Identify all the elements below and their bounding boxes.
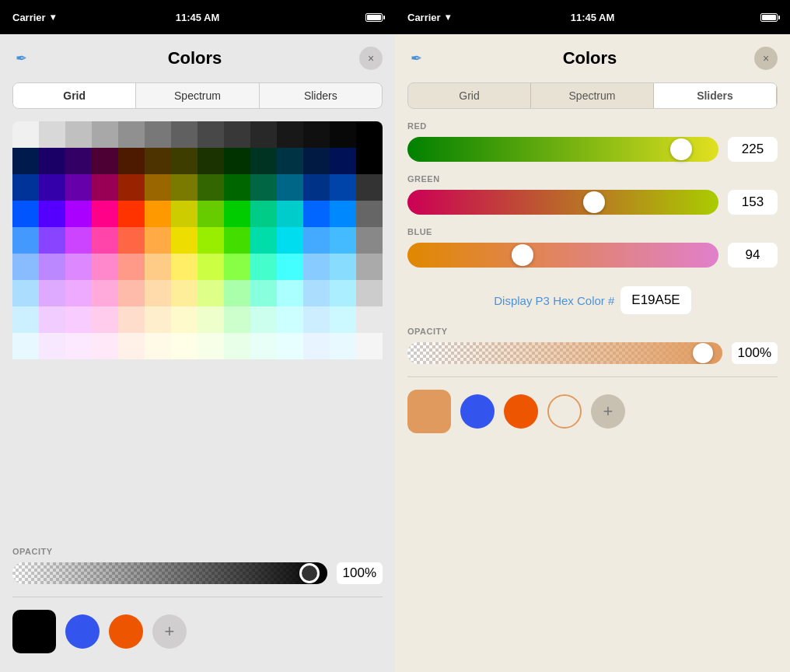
left-tab-sliders[interactable]: Sliders — [260, 83, 382, 108]
color-cell[interactable] — [303, 148, 330, 174]
color-cell[interactable] — [356, 148, 383, 174]
color-cell[interactable] — [118, 174, 145, 201]
color-cell[interactable] — [145, 201, 171, 227]
color-cell[interactable] — [65, 280, 92, 306]
color-cell[interactable] — [330, 254, 356, 280]
color-cell[interactable] — [171, 254, 198, 280]
left-opacity-track[interactable] — [12, 562, 327, 584]
color-cell[interactable] — [39, 306, 65, 333]
color-cell[interactable] — [198, 306, 224, 333]
color-cell[interactable] — [356, 333, 383, 359]
color-cell[interactable] — [303, 333, 330, 359]
color-cell[interactable] — [250, 201, 277, 227]
color-cell[interactable] — [303, 121, 330, 148]
color-cell[interactable] — [12, 306, 39, 333]
color-cell[interactable] — [356, 227, 383, 254]
color-cell[interactable] — [250, 306, 277, 333]
color-cell[interactable] — [145, 174, 171, 201]
color-cell[interactable] — [92, 121, 118, 148]
color-cell[interactable] — [92, 280, 118, 306]
color-cell[interactable] — [303, 174, 330, 201]
color-cell[interactable] — [92, 174, 118, 201]
color-cell[interactable] — [277, 227, 303, 254]
color-cell[interactable] — [92, 254, 118, 280]
color-cell[interactable] — [224, 148, 250, 174]
right-eyedropper-button[interactable]: ✒ — [407, 47, 425, 70]
color-cell[interactable] — [65, 227, 92, 254]
color-cell[interactable] — [330, 227, 356, 254]
color-cell[interactable] — [65, 333, 92, 359]
color-cell[interactable] — [12, 121, 39, 148]
right-tab-grid[interactable]: Grid — [408, 83, 531, 108]
color-cell[interactable] — [39, 280, 65, 306]
color-cell[interactable] — [39, 174, 65, 201]
color-cell[interactable] — [198, 201, 224, 227]
color-cell[interactable] — [145, 227, 171, 254]
color-cell[interactable] — [330, 280, 356, 306]
right-close-button[interactable]: × — [754, 47, 778, 70]
color-cell[interactable] — [171, 121, 198, 148]
color-cell[interactable] — [171, 280, 198, 306]
color-cell[interactable] — [65, 121, 92, 148]
right-green-thumb[interactable] — [583, 191, 605, 213]
right-red-thumb[interactable] — [670, 138, 692, 160]
color-cell[interactable] — [330, 333, 356, 359]
color-cell[interactable] — [224, 227, 250, 254]
right-swatch-add-button[interactable]: + — [591, 394, 625, 429]
color-cell[interactable] — [118, 280, 145, 306]
color-cell[interactable] — [118, 254, 145, 280]
color-cell[interactable] — [356, 254, 383, 280]
right-swatch-orange[interactable] — [504, 394, 538, 429]
color-cell[interactable] — [65, 201, 92, 227]
color-cell[interactable] — [224, 333, 250, 359]
color-cell[interactable] — [39, 148, 65, 174]
color-cell[interactable] — [171, 333, 198, 359]
color-cell[interactable] — [277, 306, 303, 333]
color-cell[interactable] — [198, 254, 224, 280]
color-cell[interactable] — [277, 280, 303, 306]
color-cell[interactable] — [92, 333, 118, 359]
color-cell[interactable] — [277, 148, 303, 174]
color-cell[interactable] — [250, 254, 277, 280]
color-cell[interactable] — [92, 227, 118, 254]
color-cell[interactable] — [118, 121, 145, 148]
left-swatch-add-button[interactable]: + — [152, 614, 187, 649]
color-cell[interactable] — [171, 201, 198, 227]
color-cell[interactable] — [224, 280, 250, 306]
color-cell[interactable] — [39, 333, 65, 359]
right-hex-link[interactable]: Display P3 Hex Color # — [494, 294, 614, 307]
color-cell[interactable] — [145, 333, 171, 359]
right-swatch-selected[interactable] — [547, 394, 582, 429]
color-cell[interactable] — [303, 280, 330, 306]
right-opacity-thumb[interactable] — [693, 343, 713, 363]
left-close-button[interactable]: × — [359, 47, 383, 70]
color-cell[interactable] — [12, 201, 39, 227]
color-cell[interactable] — [330, 121, 356, 148]
color-cell[interactable] — [198, 174, 224, 201]
color-cell[interactable] — [92, 201, 118, 227]
color-cell[interactable] — [12, 148, 39, 174]
color-cell[interactable] — [92, 148, 118, 174]
left-tab-spectrum[interactable]: Spectrum — [136, 83, 259, 108]
color-cell[interactable] — [145, 306, 171, 333]
color-cell[interactable] — [303, 306, 330, 333]
color-cell[interactable] — [330, 148, 356, 174]
right-red-track[interactable] — [407, 137, 718, 162]
color-cell[interactable] — [171, 174, 198, 201]
color-cell[interactable] — [303, 254, 330, 280]
color-cell[interactable] — [118, 201, 145, 227]
color-cell[interactable] — [171, 306, 198, 333]
color-cell[interactable] — [39, 121, 65, 148]
color-cell[interactable] — [224, 201, 250, 227]
right-swatch-blue[interactable] — [460, 394, 495, 429]
color-cell[interactable] — [145, 254, 171, 280]
color-cell[interactable] — [250, 174, 277, 201]
color-cell[interactable] — [198, 333, 224, 359]
left-opacity-thumb[interactable] — [299, 563, 320, 583]
color-cell[interactable] — [198, 148, 224, 174]
color-cell[interactable] — [277, 254, 303, 280]
color-cell[interactable] — [12, 227, 39, 254]
color-cell[interactable] — [330, 174, 356, 201]
color-cell[interactable] — [118, 227, 145, 254]
color-cell[interactable] — [118, 306, 145, 333]
